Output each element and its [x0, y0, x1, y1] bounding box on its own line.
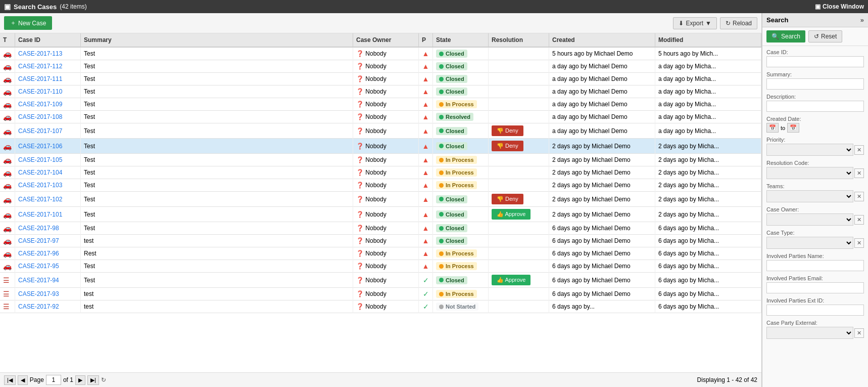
case-id-link[interactable]: CASE-2017-110	[18, 88, 62, 95]
table-row[interactable]: ☰ CASE-2017-94 Test ❓ Nobody ✓ Closed 👍 …	[0, 273, 761, 288]
first-page-button[interactable]: |◀	[4, 375, 16, 385]
col-resolution[interactable]: Resolution	[489, 33, 549, 47]
page-input[interactable]	[46, 375, 61, 385]
collapse-icon[interactable]: »	[860, 16, 864, 24]
table-row[interactable]: 🚗 CASE-2017-95 Test ❓ Nobody ▲ In Proces…	[0, 260, 761, 273]
table-row[interactable]: 🚗 CASE-2017-102 Test ❓ Nobody ▲ Closed 👎…	[0, 192, 761, 207]
case-id-link[interactable]: CASE-2017-113	[18, 50, 62, 57]
next-page-button[interactable]: ▶	[75, 375, 85, 385]
col-summary[interactable]: Summary	[81, 33, 353, 47]
description-input[interactable]	[766, 101, 864, 112]
prev-page-button[interactable]: ◀	[18, 375, 28, 385]
case-id-link[interactable]: CASE-2017-105	[18, 156, 62, 163]
involved-parties-name-group: Involved Parties Name:	[766, 253, 864, 271]
case-owner-clear-button[interactable]: ✕	[854, 215, 864, 225]
case-party-external-clear-button[interactable]: ✕	[854, 328, 864, 338]
table-row[interactable]: 🚗 CASE-2017-111 Test ❓ Nobody ▲ Closed a…	[0, 73, 761, 85]
summary-input[interactable]	[766, 78, 864, 90]
cell-owner: ❓ Nobody	[353, 235, 419, 247]
case-party-external-select[interactable]	[766, 327, 853, 339]
case-id-link[interactable]: CASE-2017-108	[18, 113, 62, 120]
col-case-id[interactable]: Case ID	[15, 33, 81, 47]
table-row[interactable]: 🚗 CASE-2017-103 Test ❓ Nobody ▲ In Proce…	[0, 179, 761, 192]
priority-clear-button[interactable]: ✕	[854, 145, 864, 155]
case-id-link[interactable]: CASE-2017-112	[18, 63, 62, 70]
case-id-link[interactable]: CASE-2017-93	[18, 290, 59, 297]
priority-select[interactable]	[766, 144, 853, 156]
refresh-icon[interactable]: ↻	[101, 376, 106, 383]
search-button[interactable]: 🔍 Search	[766, 30, 805, 42]
case-id-link[interactable]: CASE-2017-92	[18, 303, 59, 310]
table-row[interactable]: 🚗 CASE-2017-109 Test ❓ Nobody ▲ In Proce…	[0, 98, 761, 111]
cell-priority: ▲	[419, 166, 433, 179]
case-id-link[interactable]: CASE-2017-101	[18, 211, 62, 218]
case-type-clear-button[interactable]: ✕	[854, 238, 864, 248]
table-row[interactable]: 🚗 CASE-2017-101 Test ❓ Nobody ▲ Closed 👍…	[0, 207, 761, 222]
case-id-link[interactable]: CASE-2017-95	[18, 263, 59, 270]
state-badge: In Process	[436, 290, 477, 298]
case-id-link[interactable]: CASE-2017-104	[18, 169, 62, 176]
cell-modified: 2 days ago by Micha...	[655, 179, 761, 192]
involved-parties-ext-id-input[interactable]	[766, 305, 864, 316]
col-created[interactable]: Created	[549, 33, 655, 47]
table-row[interactable]: 🚗 CASE-2017-113 Test ❓ Nobody ▲ Closed 5…	[0, 47, 761, 60]
reset-button[interactable]: ↺ Reset	[808, 30, 842, 42]
new-case-button[interactable]: ＋ New Case	[4, 16, 52, 30]
table-row[interactable]: 🚗 CASE-2017-112 Test ❓ Nobody ▲ Closed a…	[0, 60, 761, 73]
case-id-link[interactable]: CASE-2017-97	[18, 237, 59, 244]
teams-select[interactable]	[766, 190, 853, 202]
last-page-button[interactable]: ▶|	[87, 375, 99, 385]
table-row[interactable]: 🚗 CASE-2017-105 Test ❓ Nobody ▲ In Proce…	[0, 154, 761, 166]
cell-state: Closed	[433, 60, 489, 73]
table-row[interactable]: 🚗 CASE-2017-97 test ❓ Nobody ▲ Closed 6 …	[0, 235, 761, 247]
col-priority[interactable]: P	[419, 33, 433, 47]
created-date-from-picker[interactable]: 📅	[766, 123, 779, 133]
cell-state: In Process	[433, 179, 489, 192]
cell-type: 🚗	[0, 179, 15, 192]
created-date-to-picker[interactable]: 📅	[787, 123, 799, 133]
priority-high-icon: ▲	[422, 75, 429, 83]
table-row[interactable]: ☰ CASE-2017-92 test ❓ Nobody ✓ Not Start…	[0, 300, 761, 313]
table-row[interactable]: 🚗 CASE-2017-110 Test ❓ Nobody ▲ Closed a…	[0, 85, 761, 98]
case-id-link[interactable]: CASE-2017-94	[18, 277, 59, 284]
resolution-deny: 👎 Deny	[492, 141, 523, 151]
case-id-link[interactable]: CASE-2017-107	[18, 127, 62, 135]
involved-parties-name-input[interactable]	[766, 260, 864, 271]
case-owner-select[interactable]	[766, 213, 853, 226]
resolution-code-select[interactable]	[766, 167, 853, 179]
cell-priority: ✓	[419, 288, 433, 300]
reload-button[interactable]: ↻ Reload	[720, 17, 757, 29]
table-row[interactable]: 🚗 CASE-2017-98 Test ❓ Nobody ▲ Closed 6 …	[0, 222, 761, 235]
involved-parties-email-input[interactable]	[766, 282, 864, 293]
teams-clear-button[interactable]: ✕	[854, 192, 864, 201]
state-badge: Closed	[436, 224, 467, 232]
case-id-link[interactable]: CASE-2017-106	[18, 143, 62, 150]
cell-case-id: CASE-2017-109	[15, 98, 81, 111]
type-car-icon: 🚗	[3, 224, 12, 232]
cell-state: In Process	[433, 98, 489, 111]
case-type-select[interactable]	[766, 237, 853, 249]
col-case-owner[interactable]: Case Owner	[353, 33, 419, 47]
case-id-input[interactable]	[766, 56, 864, 67]
export-button[interactable]: ⬇ Export ▼	[673, 17, 717, 29]
table-row[interactable]: 🚗 CASE-2017-107 Test ❓ Nobody ▲ Closed 👎…	[0, 123, 761, 139]
case-id-link[interactable]: CASE-2017-109	[18, 101, 62, 108]
case-id-link[interactable]: CASE-2017-98	[18, 225, 59, 232]
case-id-link[interactable]: CASE-2017-96	[18, 250, 59, 257]
resolution-code-clear-button[interactable]: ✕	[854, 168, 864, 178]
col-state[interactable]: State	[433, 33, 489, 47]
table-row[interactable]: 🚗 CASE-2017-108 Test ❓ Nobody ▲ Resolved…	[0, 111, 761, 123]
case-id-link[interactable]: CASE-2017-102	[18, 196, 62, 203]
case-id-link[interactable]: CASE-2017-103	[18, 182, 62, 189]
owner-icon: ❓	[356, 63, 364, 70]
owner-icon: ❓	[356, 277, 364, 284]
col-modified[interactable]: Modified	[655, 33, 761, 47]
close-window-button[interactable]: ▣ Close Window	[815, 3, 864, 10]
table-row[interactable]: 🚗 CASE-2017-106 Test ❓ Nobody ▲ Closed 👎…	[0, 139, 761, 154]
case-id-link[interactable]: CASE-2017-111	[18, 75, 62, 82]
case-type-label: Case Type:	[766, 230, 864, 236]
table-row[interactable]: 🚗 CASE-2017-96 Rest ❓ Nobody ▲ In Proces…	[0, 247, 761, 260]
table-row[interactable]: 🚗 CASE-2017-104 Test ❓ Nobody ▲ In Proce…	[0, 166, 761, 179]
table-row[interactable]: ☰ CASE-2017-93 test ❓ Nobody ✓ In Proces…	[0, 288, 761, 300]
state-badge: Closed	[436, 195, 467, 203]
